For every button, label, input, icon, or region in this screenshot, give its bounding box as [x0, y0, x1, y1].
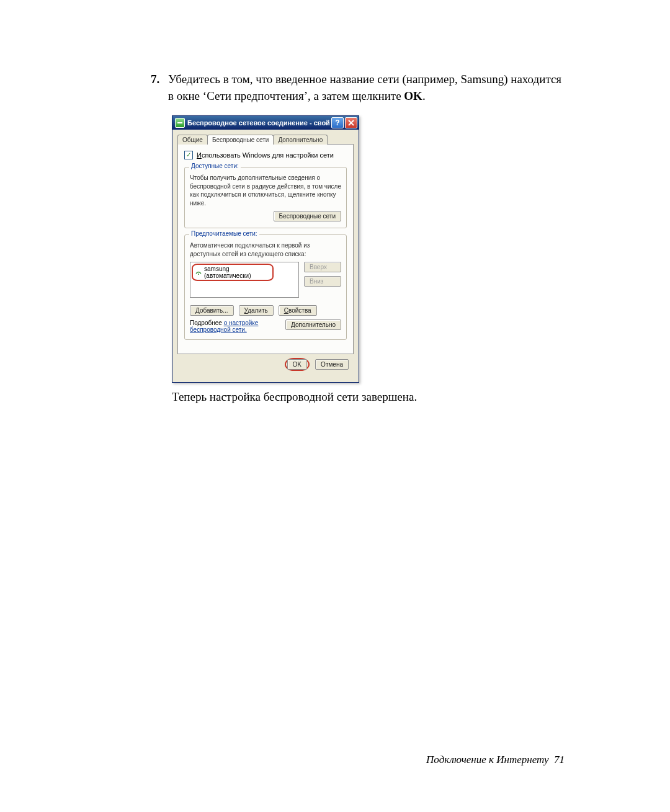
dialog-body: Общие Беспроводные сети Дополнительно ✓ … — [172, 130, 359, 382]
step-text-b: . — [422, 89, 426, 102]
view-networks-button[interactable]: Беспроводные сети — [274, 211, 341, 221]
remove-button[interactable]: Удалить — [239, 305, 274, 316]
available-networks-group: Доступные сети: Чтобы получить дополните… — [184, 167, 347, 228]
preferred-list[interactable]: samsung (автоматически) — [190, 262, 299, 298]
step-number: 7. — [151, 71, 168, 104]
cancel-button[interactable]: Отмена — [315, 359, 349, 370]
footer-label: Подключение к Интернету — [426, 754, 548, 765]
page-footer: Подключение к Интернету 71 — [426, 754, 565, 766]
step-body: Убедитесь в том, что введенное название … — [168, 71, 565, 104]
use-windows-label: Использовать Windows для настройки сети — [197, 151, 334, 159]
wifi-icon — [195, 269, 202, 275]
more-info: Подробнее о настройке беспроводной сети. — [190, 319, 285, 333]
preferred-legend: Предпочитаемые сети: — [189, 230, 259, 237]
help-button[interactable]: ? — [331, 117, 344, 128]
close-button[interactable] — [345, 117, 357, 128]
dialog-footer: OK Отмена — [177, 354, 354, 376]
step-text-a: Убедитесь в том, что введенное название … — [168, 73, 561, 102]
use-windows-checkbox[interactable]: ✓ Использовать Windows для настройки сет… — [184, 151, 347, 159]
close-icon — [348, 120, 354, 126]
preferred-item-samsung[interactable]: samsung (автоматически) — [192, 264, 274, 281]
ok-highlight: OK — [285, 358, 310, 371]
tab-panel: ✓ Использовать Windows для настройки сет… — [177, 144, 354, 354]
titlebar[interactable]: Беспроводное сетевое соединение - свой… … — [172, 116, 359, 130]
tab-wireless[interactable]: Беспроводные сети — [207, 135, 274, 145]
wireless-icon — [175, 118, 185, 128]
advanced-row: Подробнее о настройке беспроводной сети.… — [190, 319, 341, 333]
available-legend: Доступные сети: — [189, 163, 241, 169]
available-text: Чтобы получить дополнительные сведения о… — [190, 174, 341, 207]
svg-point-0 — [198, 274, 199, 275]
move-down-button[interactable]: Вниз — [304, 276, 341, 287]
checkbox-icon: ✓ — [184, 151, 193, 159]
add-button[interactable]: Добавить... — [190, 305, 234, 316]
footer-page: 71 — [554, 754, 565, 765]
tab-strip: Общие Беспроводные сети Дополнительно — [177, 135, 354, 145]
tab-advanced[interactable]: Дополнительно — [273, 135, 328, 145]
ok-button[interactable]: OK — [287, 359, 307, 370]
preferred-item-label: samsung (автоматически) — [204, 265, 270, 279]
step-7: 7. Убедитесь в том, что введенное назван… — [151, 71, 565, 104]
tab-general[interactable]: Общие — [177, 135, 208, 145]
wireless-properties-dialog: Беспроводное сетевое соединение - свой… … — [172, 115, 359, 383]
move-up-button[interactable]: Вверх — [304, 262, 341, 272]
properties-button[interactable]: Свойства — [279, 305, 317, 316]
advanced-button[interactable]: Дополнительно — [285, 319, 341, 330]
preferred-networks-group: Предпочитаемые сети: Автоматически подкл… — [184, 234, 347, 340]
preferred-text: Автоматически подключаться к первой из д… — [190, 241, 341, 258]
after-text: Теперь настройка беспроводной сети завер… — [172, 390, 565, 404]
titlebar-title: Беспроводное сетевое соединение - свой… — [187, 119, 330, 127]
step-text-ok: OK — [404, 89, 422, 102]
